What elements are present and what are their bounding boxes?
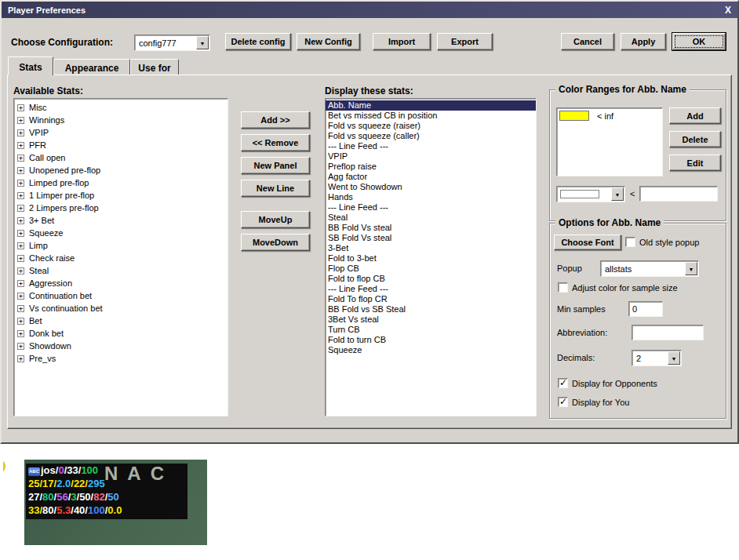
display-stat-item[interactable]: --- Line Feed --- bbox=[326, 202, 536, 213]
tab-appearance[interactable]: Appearance bbox=[53, 59, 130, 75]
apply-button[interactable]: Apply bbox=[621, 33, 666, 50]
available-stat-item[interactable]: +PFR bbox=[14, 139, 228, 151]
export-button[interactable]: Export bbox=[437, 33, 493, 50]
display-stat-item[interactable]: --- Line Feed --- bbox=[326, 284, 536, 294]
available-stat-item[interactable]: +Limped pre-flop bbox=[14, 176, 228, 189]
expand-plus-icon[interactable]: + bbox=[17, 104, 24, 111]
display-stat-item[interactable]: Fold to 3-bet bbox=[326, 253, 536, 264]
available-stat-item[interactable]: +Limp bbox=[14, 239, 228, 252]
delete-config-button[interactable]: Delete config bbox=[225, 33, 291, 50]
display-stat-item[interactable]: BB Fold Vs steal bbox=[326, 223, 536, 233]
display-stat-item[interactable]: Fold To flop CR bbox=[326, 294, 536, 304]
display-stat-item[interactable]: Fold vs squeeze (caller) bbox=[326, 131, 536, 141]
expand-plus-icon[interactable]: + bbox=[17, 155, 24, 162]
display-stat-item[interactable]: SB Fold Vs steal bbox=[326, 233, 536, 243]
display-stat-item[interactable]: Fold to turn CB bbox=[326, 335, 536, 345]
expand-plus-icon[interactable]: + bbox=[17, 318, 24, 325]
expand-plus-icon[interactable]: + bbox=[17, 355, 24, 362]
display-stat-item[interactable]: 3-Bet bbox=[326, 243, 536, 253]
display-for-you-checkbox[interactable] bbox=[558, 397, 568, 407]
expand-plus-icon[interactable]: + bbox=[17, 305, 24, 312]
available-stat-item[interactable]: +Winnings bbox=[14, 114, 228, 126]
expand-plus-icon[interactable]: + bbox=[17, 293, 24, 300]
display-stats-list[interactable]: Abb. NameBet vs missed CB in positionFol… bbox=[325, 98, 537, 416]
abbreviation-input[interactable] bbox=[632, 325, 704, 340]
move-up-button[interactable]: MoveUp bbox=[241, 211, 310, 228]
range-edit-button[interactable]: Edit bbox=[669, 155, 721, 171]
available-stat-item[interactable]: +1 Limper pre-flop bbox=[14, 189, 228, 202]
min-samples-input[interactable] bbox=[628, 301, 663, 317]
expand-plus-icon[interactable]: + bbox=[17, 343, 24, 350]
add-button[interactable]: Add >> bbox=[241, 111, 310, 129]
tab-use-for[interactable]: Use for bbox=[130, 59, 179, 75]
expand-plus-icon[interactable]: + bbox=[17, 267, 24, 275]
display-stat-item[interactable]: BB Fold vs SB Steal bbox=[326, 304, 536, 315]
old-style-popup-checkbox[interactable] bbox=[625, 237, 635, 247]
new-panel-button[interactable]: New Panel bbox=[241, 157, 310, 174]
tab-stats[interactable]: Stats bbox=[8, 56, 53, 75]
available-stat-item[interactable]: +Unopened pre-flop bbox=[14, 164, 228, 176]
display-stat-item[interactable]: 3Bet Vs steal bbox=[326, 315, 536, 325]
display-stat-item[interactable]: --- Line Feed --- bbox=[326, 141, 536, 151]
available-stat-item[interactable]: +Vs continuation bet bbox=[14, 302, 228, 315]
display-stat-item[interactable]: Fold to flop CB bbox=[326, 274, 536, 284]
color-ranges-list[interactable]: < inf bbox=[556, 107, 663, 176]
move-down-button[interactable]: MoveDown bbox=[241, 234, 310, 251]
dropdown-arrow-icon[interactable]: ▼ bbox=[611, 187, 624, 201]
display-stat-item[interactable]: Turn CB bbox=[326, 325, 536, 335]
configuration-select[interactable]: config777 ▼ bbox=[134, 35, 210, 51]
available-stats-list[interactable]: +Misc+Winnings+VPIP+PFR+Call open+Unopen… bbox=[13, 98, 228, 416]
available-stat-item[interactable]: +Steal bbox=[14, 264, 228, 277]
display-stat-item[interactable]: Squeeze bbox=[326, 345, 536, 355]
available-stat-item[interactable]: +Misc bbox=[14, 101, 228, 114]
display-stat-item[interactable]: Hands bbox=[326, 192, 536, 202]
display-stat-item[interactable]: Flop CB bbox=[326, 264, 536, 274]
expand-plus-icon[interactable]: + bbox=[17, 330, 24, 337]
expand-plus-icon[interactable]: + bbox=[17, 142, 24, 149]
remove-button[interactable]: << Remove bbox=[241, 134, 310, 151]
dropdown-arrow-icon[interactable]: ▼ bbox=[668, 351, 680, 365]
available-stat-item[interactable]: +VPIP bbox=[14, 126, 228, 139]
ok-button[interactable]: OK bbox=[672, 33, 726, 50]
close-button[interactable]: X bbox=[725, 5, 731, 16]
available-stat-item[interactable]: +Call open bbox=[14, 151, 228, 164]
color-range-item[interactable]: < inf bbox=[559, 111, 660, 122]
available-stat-item[interactable]: +Pre_vs bbox=[14, 352, 228, 365]
range-color-select[interactable]: ▼ bbox=[556, 186, 625, 202]
display-stat-item[interactable]: VPIP bbox=[326, 151, 536, 162]
expand-plus-icon[interactable]: + bbox=[17, 242, 24, 249]
dropdown-arrow-icon[interactable]: ▼ bbox=[685, 262, 697, 275]
display-stat-item[interactable]: Bet vs missed CB in position bbox=[326, 111, 536, 121]
expand-plus-icon[interactable]: + bbox=[17, 230, 24, 237]
available-stat-item[interactable]: +Bet bbox=[14, 315, 228, 327]
expand-plus-icon[interactable]: + bbox=[17, 217, 24, 224]
dropdown-arrow-icon[interactable]: ▼ bbox=[196, 36, 209, 49]
threshold-input[interactable] bbox=[639, 186, 718, 202]
display-stat-item[interactable]: Fold vs squeeze (raiser) bbox=[326, 121, 536, 131]
available-stat-item[interactable]: +Aggression bbox=[14, 277, 228, 289]
expand-plus-icon[interactable]: + bbox=[17, 129, 24, 136]
available-stat-item[interactable]: +2 Limpers pre-flop bbox=[14, 202, 228, 214]
available-stat-item[interactable]: +Continuation bet bbox=[14, 289, 228, 302]
expand-plus-icon[interactable]: + bbox=[17, 180, 24, 187]
range-delete-button[interactable]: Delete bbox=[669, 131, 721, 147]
available-stat-item[interactable]: +Showdown bbox=[14, 340, 228, 352]
display-for-opponents-checkbox[interactable] bbox=[558, 378, 568, 388]
range-add-button[interactable]: Add bbox=[669, 107, 721, 124]
display-stat-item[interactable]: Went to Showdown bbox=[326, 182, 536, 192]
import-button[interactable]: Import bbox=[373, 33, 431, 50]
adjust-color-checkbox[interactable] bbox=[558, 282, 568, 293]
expand-plus-icon[interactable]: + bbox=[17, 117, 24, 124]
expand-plus-icon[interactable]: + bbox=[17, 280, 24, 287]
new-line-button[interactable]: New Line bbox=[241, 180, 310, 197]
new-config-button[interactable]: New Config bbox=[297, 33, 360, 50]
cancel-button[interactable]: Cancel bbox=[561, 33, 614, 50]
expand-plus-icon[interactable]: + bbox=[17, 192, 24, 199]
available-stat-item[interactable]: +Donk bet bbox=[14, 327, 228, 340]
available-stat-item[interactable]: +3+ Bet bbox=[14, 214, 228, 227]
available-stat-item[interactable]: +Squeeze bbox=[14, 227, 228, 239]
choose-font-button[interactable]: Choose Font bbox=[554, 235, 621, 250]
available-stat-item[interactable]: +Check raise bbox=[14, 252, 228, 264]
popup-select[interactable]: allstats ▼ bbox=[600, 260, 699, 277]
display-stat-item[interactable]: Abb. Name bbox=[326, 100, 536, 111]
